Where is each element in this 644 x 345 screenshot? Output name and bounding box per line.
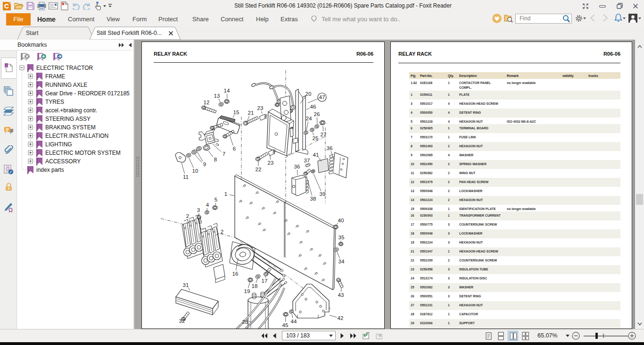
- svg-text:STEERING ASSY: STEERING ASSY: [45, 116, 91, 122]
- svg-text:13: 13: [214, 93, 220, 99]
- svg-text:23: 23: [257, 105, 264, 111]
- svg-text:RUNNING AXLE: RUNNING AXLE: [45, 82, 87, 88]
- svg-text:5: 5: [215, 197, 217, 202]
- svg-text:44: 44: [291, 319, 297, 324]
- svg-text:14: 14: [224, 88, 230, 93]
- svg-text:8: 8: [214, 157, 217, 162]
- svg-text:23: 23: [268, 160, 274, 166]
- svg-text:10: 10: [192, 168, 198, 174]
- svg-text:36: 36: [294, 164, 300, 169]
- svg-text:accel.+braking contr.: accel.+braking contr.: [45, 107, 97, 114]
- svg-text:19: 19: [244, 288, 250, 294]
- svg-text:index parts: index parts: [36, 167, 64, 173]
- svg-text:ELECTRIC TRACTOR: ELECTRIC TRACTOR: [36, 65, 93, 71]
- svg-text:ACCESSORY: ACCESSORY: [45, 158, 81, 165]
- svg-text:27: 27: [321, 132, 327, 137]
- svg-text:28: 28: [242, 319, 248, 325]
- svg-text:18: 18: [252, 283, 258, 289]
- svg-text:ELECTR.INSTALLATION: ELECTR.INSTALLATION: [45, 133, 108, 139]
- svg-text:Gear Drive - REORDER 0172185: Gear Drive - REORDER 0172185: [45, 90, 130, 97]
- svg-text:42: 42: [338, 315, 344, 321]
- svg-text:BRAKING SYSTEM: BRAKING SYSTEM: [45, 124, 96, 131]
- svg-text:3: 3: [197, 207, 200, 213]
- svg-text:12: 12: [204, 100, 210, 105]
- svg-text:TYRES: TYRES: [45, 99, 64, 105]
- svg-text:LIGHTING: LIGHTING: [45, 141, 72, 148]
- svg-text:1: 1: [224, 191, 227, 197]
- svg-text:15: 15: [233, 109, 239, 115]
- svg-text:35: 35: [339, 235, 345, 240]
- svg-text:36: 36: [327, 145, 333, 151]
- svg-text:34: 34: [339, 259, 345, 264]
- svg-text:46: 46: [310, 104, 316, 109]
- svg-text:39: 39: [320, 191, 326, 197]
- svg-text:ELECTRIC MOTOR SYSTEM: ELECTRIC MOTOR SYSTEM: [45, 150, 121, 156]
- svg-text:24: 24: [306, 116, 312, 121]
- svg-text:38: 38: [310, 196, 316, 202]
- svg-text:16: 16: [232, 271, 239, 277]
- svg-text:43: 43: [338, 292, 344, 298]
- svg-text:2: 2: [221, 229, 223, 235]
- svg-text:45: 45: [282, 322, 289, 328]
- svg-text:25: 25: [313, 135, 319, 141]
- svg-text:6: 6: [233, 146, 236, 151]
- svg-text:4: 4: [206, 202, 209, 208]
- svg-text:41: 41: [313, 152, 319, 158]
- svg-text:7: 7: [223, 151, 225, 157]
- svg-text:9: 9: [203, 161, 206, 167]
- svg-text:11: 11: [183, 174, 189, 180]
- svg-text:47: 47: [319, 94, 325, 100]
- svg-text:37: 37: [304, 158, 310, 163]
- svg-text:2: 2: [186, 213, 189, 219]
- svg-text:32: 32: [179, 318, 185, 324]
- svg-text:20: 20: [305, 91, 312, 97]
- svg-text:22: 22: [256, 167, 262, 172]
- svg-text:21: 21: [248, 110, 254, 116]
- svg-text:31: 31: [183, 282, 189, 288]
- svg-text:FRAME: FRAME: [45, 73, 65, 80]
- svg-text:17: 17: [262, 278, 268, 284]
- svg-text:40: 40: [338, 218, 344, 223]
- svg-text:26: 26: [314, 111, 320, 117]
